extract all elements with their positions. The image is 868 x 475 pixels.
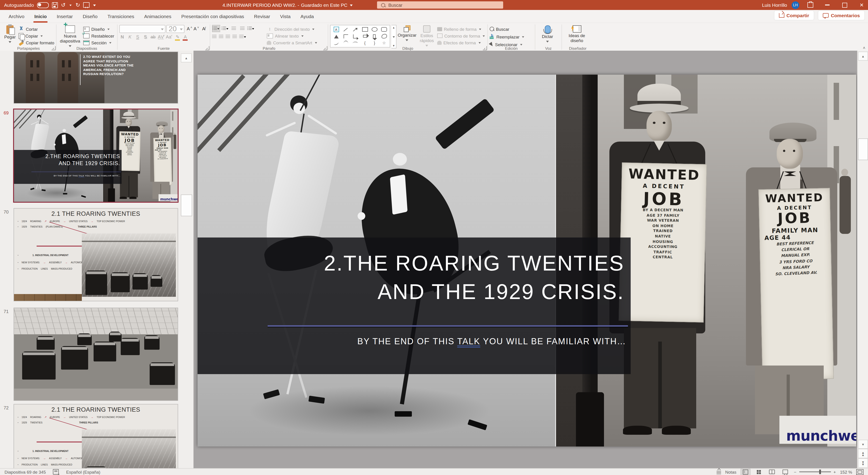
- search-box[interactable]: Buscar: [377, 1, 503, 8]
- user-name[interactable]: Luis Horrillo: [762, 2, 787, 8]
- scroll-up-button[interactable]: ▲: [858, 52, 868, 61]
- slide-sorter-view-button[interactable]: [754, 469, 764, 475]
- main-slide[interactable]: WANTED A DECENT JOB BY A DECENT MANAGE 3…: [197, 75, 856, 446]
- columns-icon[interactable]: [239, 33, 246, 40]
- dictate-button[interactable]: Dictar: [537, 25, 558, 42]
- text-shadow-icon[interactable]: S: [143, 34, 148, 40]
- tab-animaciones[interactable]: Animaciones: [139, 10, 176, 23]
- previous-slide-button[interactable]: ▲▲: [858, 449, 868, 458]
- thumbnail-slide-72[interactable]: 2.1 THE ROARING TWENTIES •1924ROARING↗EU…: [14, 405, 178, 469]
- tab-vista[interactable]: Vista: [275, 10, 296, 23]
- share-button[interactable]: Compartir: [774, 11, 813, 20]
- paste-button[interactable]: Pegar: [3, 25, 17, 43]
- italic-icon[interactable]: K: [127, 34, 133, 40]
- tab-diseno[interactable]: Diseño: [78, 10, 102, 23]
- tab-transiciones[interactable]: Transiciones: [102, 10, 139, 23]
- start-slideshow-icon[interactable]: [83, 2, 90, 8]
- slide-subtitle[interactable]: BY THE END OF THIS TALK YOU WILL BE FAMI…: [358, 336, 626, 347]
- shape-curve-icon[interactable]: [352, 41, 358, 45]
- shape-arrow-icon[interactable]: [353, 28, 358, 31]
- customize-qat-icon[interactable]: [93, 4, 96, 6]
- zoom-slider[interactable]: [799, 471, 831, 472]
- saved-status[interactable]: Guardado en Este PC: [301, 2, 347, 8]
- thumbnail-scroll-up-button[interactable]: ▲: [181, 53, 192, 62]
- shapes-gallery-scrollbar[interactable]: ▲▼: [392, 25, 396, 49]
- minimize-button[interactable]: [821, 0, 834, 10]
- shapes-gallery[interactable]: A { } ☆: [330, 25, 390, 48]
- shape-scribble-icon[interactable]: [333, 41, 339, 46]
- shape-elbow-arrow-icon[interactable]: [353, 34, 358, 38]
- change-case-icon[interactable]: Aa˅: [166, 34, 172, 40]
- shape-rounded-rectangle-icon[interactable]: [381, 27, 387, 32]
- clear-formatting-icon[interactable]: A̸: [201, 26, 207, 32]
- undo-icon[interactable]: ↺: [61, 2, 66, 8]
- comments-button[interactable]: Comentarios: [818, 11, 864, 20]
- highlight-color-icon[interactable]: ✎: [175, 34, 181, 40]
- language-label[interactable]: Español (España): [66, 469, 100, 474]
- slide-editing-area[interactable]: WANTED A DECENT JOB BY A DECENT MANAGE 3…: [193, 51, 858, 469]
- normal-view-button[interactable]: [741, 469, 750, 475]
- tab-revisar[interactable]: Revisar: [249, 10, 275, 23]
- save-icon[interactable]: [52, 2, 58, 8]
- notes-button[interactable]: Notas: [725, 469, 737, 474]
- font-size-select[interactable]: 20: [166, 25, 184, 33]
- shape-star-icon[interactable]: ☆: [379, 39, 389, 47]
- align-center-icon[interactable]: [219, 35, 223, 39]
- shape-textbox-icon[interactable]: A: [333, 27, 339, 32]
- tab-presentacion[interactable]: Presentación con diapositivas: [176, 10, 249, 23]
- shape-left-brace-icon[interactable]: {: [360, 39, 370, 47]
- shape-arc-icon[interactable]: [344, 41, 348, 46]
- font-color-icon[interactable]: A: [182, 34, 188, 40]
- main-scrollbar[interactable]: ▲ ▼ ▲▲ ▼▼: [857, 51, 868, 469]
- line-spacing-icon[interactable]: [247, 25, 254, 32]
- slide-layout-button[interactable]: Diseño: [83, 26, 114, 32]
- title-dropdown-icon[interactable]: [349, 4, 353, 6]
- section-button[interactable]: Sección: [83, 39, 114, 46]
- zoom-level[interactable]: 152 %: [840, 469, 852, 474]
- quick-styles-button[interactable]: Estilos rápidos: [418, 25, 436, 47]
- ribbon-display-options-button[interactable]: [804, 0, 816, 10]
- align-text-button[interactable]: Alinear texto: [267, 33, 318, 39]
- shape-oval-icon[interactable]: [372, 27, 377, 32]
- align-right-icon[interactable]: [225, 35, 230, 39]
- zoom-in-button[interactable]: +: [833, 469, 836, 474]
- thumbnail-scrollbar-thumb[interactable]: [181, 195, 192, 216]
- character-spacing-icon[interactable]: A̲V̲˅: [158, 34, 164, 40]
- arrange-button[interactable]: Organizar: [398, 25, 416, 41]
- autosave-toggle[interactable]: [37, 2, 49, 8]
- shape-right-arrow-icon[interactable]: [363, 35, 367, 38]
- shape-outline-button[interactable]: Contorno de forma: [437, 33, 486, 39]
- shrink-font-icon[interactable]: A˅: [192, 26, 198, 32]
- paragraph-dialog-launcher[interactable]: [323, 46, 327, 50]
- shape-triangle-icon[interactable]: [334, 34, 338, 38]
- tab-ayuda[interactable]: Ayuda: [296, 10, 319, 23]
- scroll-down-button[interactable]: ▼: [858, 440, 868, 449]
- drawing-dialog-launcher[interactable]: [483, 46, 487, 50]
- replace-button[interactable]: Reemplazar: [490, 33, 525, 40]
- design-ideas-button[interactable]: Ideas de diseño: [564, 25, 590, 43]
- shape-fill-button[interactable]: Relleno de forma: [437, 26, 486, 32]
- spellcheck-icon[interactable]: [53, 469, 59, 475]
- cut-button[interactable]: Cortar: [19, 26, 54, 32]
- align-left-icon[interactable]: [212, 35, 217, 39]
- fit-to-window-icon[interactable]: [856, 469, 864, 475]
- redo-icon[interactable]: ↻: [75, 2, 80, 8]
- thumbnail-slide-71[interactable]: [14, 308, 178, 400]
- avatar[interactable]: LH: [792, 1, 799, 9]
- slide-thumbnail-panel[interactable]: 2.TO WHAT EXTENT DO YOU AGREE THAT REVOL…: [0, 51, 193, 469]
- zoom-out-button[interactable]: −: [794, 469, 796, 474]
- title-overlay-band[interactable]: 2.THE ROARING TWENTIES AND THE 1929 CRIS…: [197, 237, 631, 374]
- decrease-indent-icon[interactable]: [230, 25, 237, 32]
- font-dialog-launcher[interactable]: [205, 46, 209, 50]
- strikethrough-icon[interactable]: ab: [150, 34, 156, 40]
- slide-title[interactable]: 2.THE ROARING TWENTIES AND THE 1929 CRIS…: [324, 249, 624, 306]
- copy-button[interactable]: Copiar: [19, 33, 54, 39]
- increase-indent-icon[interactable]: [239, 25, 246, 32]
- undo-dropdown-icon[interactable]: [69, 4, 72, 6]
- tab-archivo[interactable]: Archivo: [4, 10, 29, 23]
- font-name-select[interactable]: [119, 25, 165, 33]
- underline-icon[interactable]: S: [135, 34, 141, 40]
- collapse-ribbon-icon[interactable]: ˄: [863, 46, 865, 50]
- shape-freeform-icon[interactable]: [381, 34, 387, 39]
- bullets-button[interactable]: [212, 25, 220, 32]
